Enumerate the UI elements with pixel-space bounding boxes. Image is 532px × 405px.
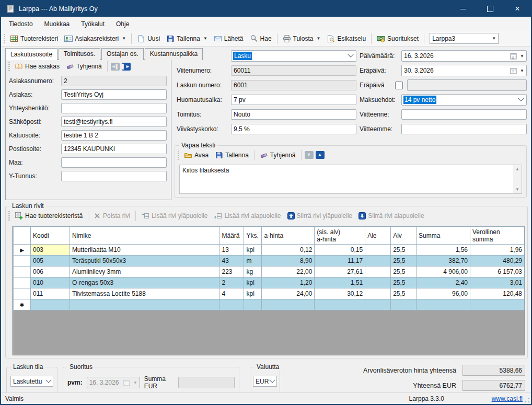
grid-cell[interactable]	[365, 277, 391, 288]
grid-cell[interactable]: 2,40	[417, 277, 470, 288]
grid-cell[interactable]: 120,48	[470, 288, 524, 299]
grid-cell[interactable]: Alumiinilevy 3mm	[70, 267, 219, 277]
lisaa-rivi-alapuolelle-button[interactable]: Lisää rivi alapuolelle	[211, 210, 284, 222]
grid-cell[interactable]: 1,51	[315, 277, 365, 288]
grid-column-header-m-r[interactable]: Määrä	[219, 227, 244, 245]
grid-cell[interactable]: 003	[30, 245, 70, 256]
viitteenne-input[interactable]	[401, 109, 527, 120]
close-button[interactable]: ×	[504, 1, 531, 17]
avaa-button[interactable]: Avaa	[181, 149, 212, 161]
grid-cell[interactable]: 223	[219, 267, 244, 277]
poista-rivi-button[interactable]: Poista rivi	[90, 210, 133, 222]
scroll-up-icon[interactable]: ▲	[515, 165, 519, 173]
menu-ohje[interactable]: Ohje	[110, 18, 135, 30]
grid-cell[interactable]: m	[244, 256, 262, 267]
siirra-rivi-alapuolelle-button[interactable]: Siirrä rivi alapuolelle	[355, 210, 427, 222]
grid-cell[interactable]	[365, 267, 391, 277]
website-link[interactable]: www.casi.fi	[492, 395, 523, 402]
grid-cell[interactable]: Tiivistemassa Loctite 5188	[70, 288, 219, 299]
grid-cell[interactable]: 4	[219, 288, 244, 299]
katuosoite-input[interactable]	[61, 130, 167, 141]
suoritukset-button[interactable]: Suoritukset	[374, 32, 422, 45]
grid-cell[interactable]	[391, 299, 417, 310]
maa-input[interactable]	[61, 157, 167, 168]
grid-cell[interactable]: 25,5	[391, 245, 417, 256]
erapaiva-manual-input[interactable]	[407, 79, 527, 91]
grid-column-header-nimike[interactable]: Nimike	[70, 227, 219, 245]
grid-cell[interactable]: 8,90	[262, 256, 315, 267]
grid-column-header-a-hinta[interactable]: a-hinta	[262, 227, 315, 245]
grid-cell[interactable]: 382,70	[417, 256, 470, 267]
grid-cell[interactable]	[365, 256, 391, 267]
grid-cell[interactable]: 25,5	[391, 277, 417, 288]
grid-cell[interactable]: kpl	[244, 288, 262, 299]
grid-cell[interactable]: 480,29	[470, 256, 524, 267]
grid-cell[interactable]: 25,5	[391, 288, 417, 299]
valuutta-select[interactable]: EUR	[253, 376, 277, 387]
grid-cell[interactable]: 0,12	[262, 245, 315, 256]
grid-cell[interactable]: 1,20	[262, 277, 315, 288]
grid-cell[interactable]: 43	[219, 256, 244, 267]
grid-column-header-summa[interactable]: Summa	[417, 227, 470, 245]
grid-cell[interactable]	[417, 299, 470, 310]
grid-cell[interactable]	[262, 299, 315, 310]
grid-cell[interactable]: 24,00	[262, 288, 315, 299]
grid-column-header-yks[interactable]: Yks.	[244, 227, 262, 245]
grid-cell[interactable]: 0,15	[315, 245, 365, 256]
tab-laskutusosoite[interactable]: Laskutusosoite	[5, 48, 57, 60]
erapaiva-checkbox[interactable]	[395, 82, 403, 89]
grid-cell[interactable]: 011	[30, 288, 70, 299]
viivastyskorko-input[interactable]	[231, 124, 356, 134]
grid-cell[interactable]: 30,12	[315, 288, 365, 299]
grid-cell[interactable]: Teräsputki 50x50x3	[70, 256, 219, 267]
chevron-down-icon[interactable]: ▼	[203, 36, 207, 41]
minimize-button[interactable]	[449, 1, 477, 17]
grid-cell[interactable]: 96,00	[417, 288, 470, 299]
grid-cell[interactable]: 25,5	[391, 267, 417, 277]
lisaa-rivi-ylapuolelle-button[interactable]: Lisää rivi yläpuolelle	[138, 210, 211, 222]
free-text-area[interactable]: Kiitos tilauksesta	[179, 165, 522, 194]
grid-column-header-ale[interactable]: Ale	[365, 227, 391, 245]
laskun-tila-select[interactable]: Laskutettu	[10, 376, 53, 387]
grid-cell[interactable]: 1,96	[470, 245, 524, 256]
row-selector[interactable]	[14, 256, 31, 267]
paivamaara-datepicker[interactable]: 16. 3.2026 ▼	[401, 50, 527, 62]
grid-cell[interactable]: 4 906,00	[417, 267, 470, 277]
yhteyshenkil-input[interactable]	[61, 103, 167, 113]
tyhjenna-asiakas-button[interactable]: Tyhjennä	[63, 60, 105, 73]
suoritus-pvm-datepicker[interactable]: 16. 3.2026 ▼	[87, 377, 140, 388]
esikatselu-button[interactable]: Esikatselu	[323, 32, 369, 45]
menu-ty-kalut[interactable]: Työkalut	[75, 18, 110, 30]
grid-cell[interactable]	[219, 299, 244, 310]
move-text-down-button[interactable]: ▼	[305, 151, 314, 159]
laheta-button[interactable]: Lähetä	[211, 32, 247, 45]
profile-select[interactable]: Larppa3 ▼	[430, 33, 499, 44]
hae-button[interactable]: Hae	[247, 32, 275, 45]
maksuehdot-select[interactable]: 14 pv netto	[401, 94, 527, 106]
grid-cell[interactable]	[315, 299, 365, 310]
grid-corner-cell[interactable]	[14, 227, 31, 245]
grid-column-header-alv[interactable]: Alv	[391, 227, 417, 245]
asiakasnumero-input[interactable]	[61, 76, 167, 86]
summa-eur-input[interactable]	[178, 377, 235, 388]
menu-tiedosto[interactable]: Tiedosto	[3, 18, 39, 30]
asiakasrekisteri-button[interactable]: Asiakasrekisteri ▼	[61, 32, 129, 45]
tallenna-button[interactable]: Tallenna ▼	[163, 32, 211, 45]
grid-cell[interactable]: O-rengas 50x3	[70, 277, 219, 288]
scroll-down-icon[interactable]: ▼	[515, 186, 519, 193]
siirra-rivi-ylapuolelle-button[interactable]: Siirrä rivi yläpuolelle	[284, 210, 356, 222]
tulosta-button[interactable]: Tulosta ▼	[280, 32, 324, 45]
grid-cell[interactable]	[244, 299, 262, 310]
row-selector[interactable]: ▶	[14, 245, 31, 256]
tyhjenna-teksti-button[interactable]: Tyhjennä	[257, 149, 299, 161]
s-hk-posti-input[interactable]	[61, 117, 167, 127]
grid-column-header-sis-alv-a-hinta[interactable]: (sis. alv) a-hinta	[315, 227, 365, 245]
huomautusaika-input[interactable]	[231, 95, 356, 105]
menu-muokkaa[interactable]: Muokkaa	[39, 18, 76, 30]
grid-cell[interactable]: kg	[244, 267, 262, 277]
row-selector[interactable]	[14, 288, 31, 299]
row-selector[interactable]	[14, 277, 31, 288]
grid-cell[interactable]: 25,5	[391, 256, 417, 267]
tyyppi-select[interactable]: Lasku	[231, 50, 356, 62]
tab-toimitusos[interactable]: Toimitusos.	[59, 48, 100, 60]
